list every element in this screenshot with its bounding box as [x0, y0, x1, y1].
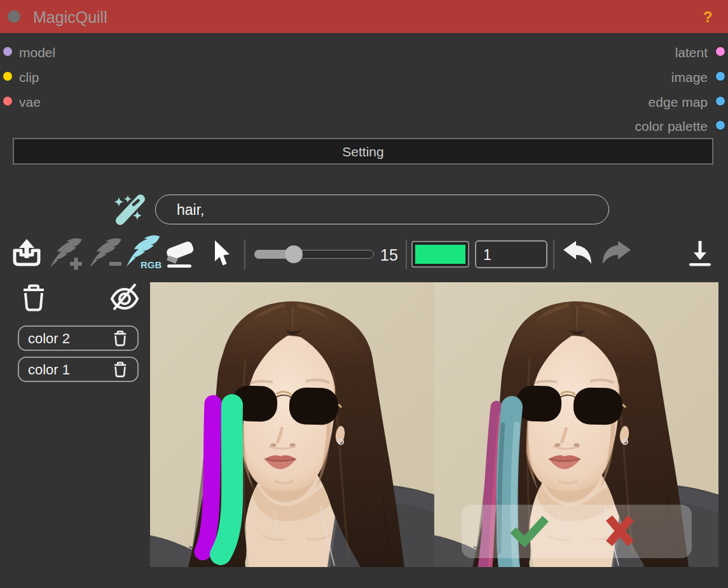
svg-text:RGB: RGB [141, 259, 162, 270]
